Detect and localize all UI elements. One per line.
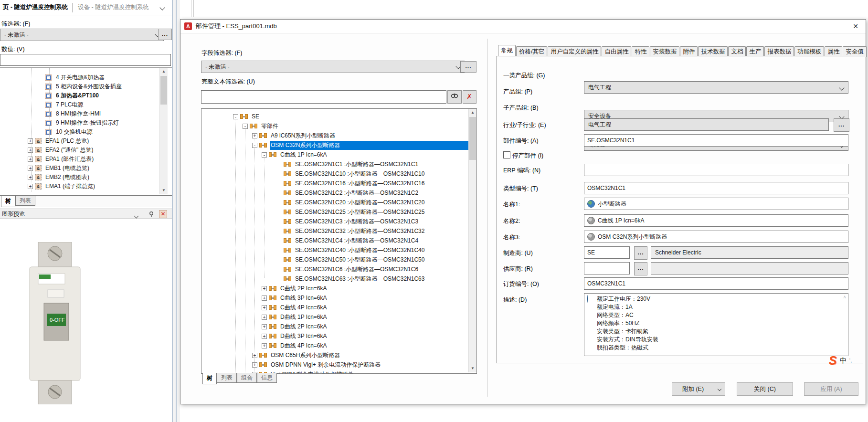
left-view-tab[interactable]: 列表	[15, 196, 35, 206]
product-group1-select[interactable]: 电气工程	[584, 81, 848, 94]
expander-icon[interactable]: +	[28, 166, 33, 171]
tree-row[interactable]: + & EMB1 (电缆总览)	[0, 164, 172, 173]
scroll-up-icon[interactable]: ▲	[469, 109, 476, 116]
parts-tree-row[interactable]: SE.OSMC32N1C6 :小型断路器—OSMC32N1C6	[201, 264, 476, 274]
property-tab[interactable]: 附件	[680, 46, 698, 57]
parts-tree-row[interactable]: SE.OSMC32N1C63 :小型断路器—OSMC32N1C63	[201, 274, 476, 284]
scroll-up-icon[interactable]: ▲	[160, 68, 168, 75]
property-tab[interactable]: 特性	[632, 46, 649, 57]
scroll-up-icon[interactable]: ˄	[843, 295, 846, 300]
tree-row[interactable]: 5 柜内设备&外围设备插座	[0, 82, 172, 91]
parts-tree-row[interactable]: + A9 iC65N系列小型断路器	[201, 131, 476, 140]
expander-icon[interactable]: +	[262, 315, 267, 320]
parts-tree-row[interactable]: - OSM C32N系列小型断路器	[201, 140, 476, 150]
expander-icon[interactable]: +	[262, 324, 267, 329]
dialog-view-tab[interactable]: 信息	[257, 373, 277, 383]
name3-field[interactable]: OSM C32N系列小型断路器	[584, 231, 848, 243]
expander-icon[interactable]: +	[28, 148, 33, 153]
left-view-tab[interactable]: 树	[1, 196, 15, 207]
expander-icon[interactable]: +	[262, 295, 267, 301]
order-number-field[interactable]: OSMC32N1C1	[584, 277, 848, 290]
ime-indicator[interactable]: S 中 ’,	[829, 352, 867, 369]
parts-tree-row[interactable]: + D曲线 1P Icn=6kA	[201, 312, 476, 322]
tab-devices[interactable]: 设备 - 隧道炉温度控制系统	[75, 3, 152, 11]
parts-tree-row[interactable]: + OSM DPNN Vigi+ 剩余电流动作保护断路器	[201, 360, 476, 369]
scrollbar-thumb[interactable]	[469, 117, 476, 160]
parts-tree-row[interactable]: SE.OSMC32N1C2 :小型断路器—OSMC32N1C2	[201, 188, 476, 198]
property-tab[interactable]: 自由属性	[602, 46, 631, 57]
tree-row[interactable]: 6 加热器&PT100	[0, 91, 172, 100]
parts-tree-row[interactable]: SE.OSMC32N1C40 :小型断路器—OSMC32N1C40	[201, 245, 476, 255]
property-tab[interactable]: 报表数据	[764, 46, 794, 57]
expander-icon[interactable]: +	[262, 305, 267, 310]
tab-pages[interactable]: 页 - 隧道炉温度控制系统	[0, 3, 71, 11]
dialog-close-button[interactable]: ✕	[850, 21, 861, 31]
search-button[interactable]	[447, 90, 462, 104]
parts-tree-row[interactable]: + OSM C65H系列小型断路器	[201, 350, 476, 360]
ime-mode-chinese[interactable]: 中	[840, 356, 847, 365]
parts-tree-row[interactable]: - C曲线 1P Icn=6kA	[201, 150, 476, 159]
expander-icon[interactable]: +	[252, 362, 257, 368]
property-tab[interactable]: 技术数据	[698, 46, 728, 57]
dialog-view-tab[interactable]: 树	[202, 373, 217, 384]
pin-icon[interactable]	[148, 211, 155, 218]
parts-tree-row[interactable]: + C曲线 2P Icn=6kA	[201, 284, 476, 293]
name2-field[interactable]: C曲线 1P Icn=6kA	[584, 214, 848, 227]
expander-icon[interactable]: +	[252, 133, 257, 138]
parts-tree-row[interactable]: SE.OSMC32N1C3 :小型断路器—OSMC32N1C3	[201, 217, 476, 226]
supplier-code-field[interactable]	[584, 262, 630, 274]
project-tree-scrollbar[interactable]: ▲ ▼	[159, 68, 168, 194]
expander-icon[interactable]: +	[262, 334, 267, 339]
tree-row[interactable]: 4 开关电源&加热器	[0, 73, 172, 82]
property-tab[interactable]: 价格/其它	[516, 46, 547, 57]
scroll-down-icon[interactable]: ▼	[469, 365, 476, 372]
property-tab[interactable]: 用户自定义的属性	[548, 46, 601, 57]
property-tab[interactable]: 安全值	[843, 46, 867, 57]
parts-tree-row[interactable]: + D曲线 2P Icn=6kA	[201, 322, 476, 331]
attach-dropdown-icon[interactable]	[714, 383, 725, 395]
expander-icon[interactable]: -	[252, 143, 257, 148]
close-icon[interactable]: ✕	[159, 210, 167, 218]
close-button[interactable]: 关闭 (C)	[737, 382, 793, 396]
parts-tree-row[interactable]: - SE	[201, 112, 476, 121]
parts-tree-row[interactable]: SE.OSMC32N1C16 :小型断路器—OSMC32N1C16	[201, 179, 476, 188]
discontinued-checkbox[interactable]	[503, 151, 510, 158]
parts-tree-row[interactable]: SE.OSMC32N1C32 :小型断路器—OSMC32N1C32	[201, 226, 476, 236]
property-tab[interactable]: 安装数据	[650, 46, 679, 57]
parts-tree-row[interactable]: + D曲线 3P Icn=6kA	[201, 331, 476, 341]
fulltext-filter-input[interactable]	[201, 91, 446, 103]
supplier-more-button[interactable]: ...	[634, 262, 647, 275]
manufacturer-code-field[interactable]: SE	[584, 246, 630, 259]
ime-punct-icon[interactable]: ’,	[849, 358, 852, 363]
parts-tree-row[interactable]: + D曲线 4P Icn=6kA	[201, 341, 476, 350]
clear-filter-button[interactable]: ✗	[463, 90, 476, 104]
expander-icon[interactable]: +	[28, 184, 33, 189]
expander-icon[interactable]: +	[252, 353, 257, 358]
manufacturer-more-button[interactable]: ...	[634, 246, 647, 260]
expander-icon[interactable]: +	[28, 138, 33, 144]
value-input[interactable]	[0, 54, 170, 65]
property-tab[interactable]: 常规	[498, 45, 516, 57]
chevron-down-icon[interactable]	[135, 212, 138, 219]
type-number-field[interactable]: OSMC32N1C1	[584, 182, 848, 194]
trade-more-button[interactable]: ...	[834, 118, 849, 132]
dialog-title-bar[interactable]: A 部件管理 - ESS_part001.mdb	[180, 20, 866, 33]
property-tab[interactable]: 文档	[728, 46, 746, 57]
field-filter-more-button[interactable]: ...	[460, 61, 476, 73]
tree-row[interactable]: + & EMA1 (端子排总览)	[0, 182, 172, 191]
expander-icon[interactable]: -	[233, 114, 238, 119]
parts-tree-row[interactable]: SE.OSMC32N1C20 :小型断路器—OSMC32N1C20	[201, 198, 476, 207]
tree-row[interactable]: 10 交换机电源	[0, 127, 172, 137]
expander-icon[interactable]: -	[243, 124, 248, 129]
panel-splitter[interactable]	[172, 0, 180, 422]
attach-button[interactable]: 附加 (E)	[672, 382, 725, 396]
parts-tree-row[interactable]: SE.OSMC32N1C25 :小型断路器—OSMC32N1C25	[201, 207, 476, 217]
parts-tree-row[interactable]: SE.OSMC32N1C1 :小型断路器—OSMC32N1C1	[201, 159, 476, 169]
parts-tree-scrollbar[interactable]: ▲ ▼	[468, 109, 476, 372]
page-filter-combo[interactable]: - 未激活 -	[0, 29, 164, 41]
tree-row[interactable]: 7 PLC电源	[0, 100, 172, 109]
sogou-logo-icon[interactable]: S	[829, 354, 837, 368]
dialog-pane-divider[interactable]	[487, 39, 488, 397]
property-tab[interactable]: 属性	[825, 46, 842, 57]
tree-row[interactable]: 8 HMI操作盒-HMI	[0, 109, 172, 118]
